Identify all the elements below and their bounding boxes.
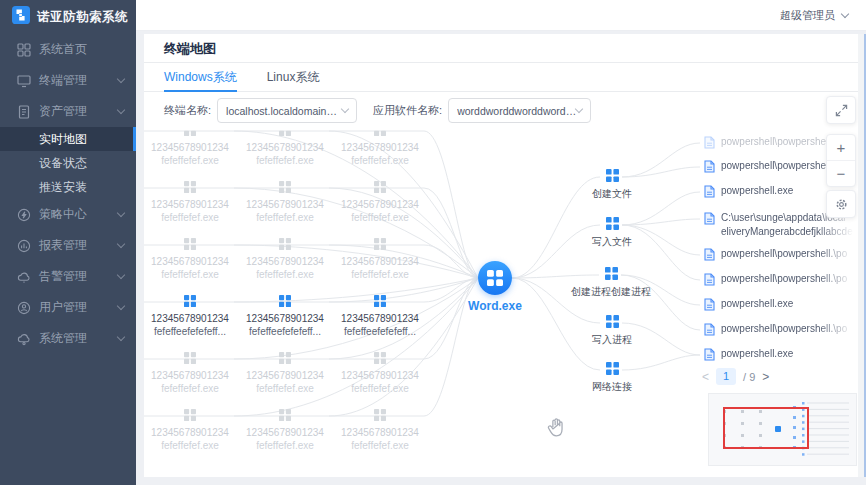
- action-node-0[interactable]: 创建文件: [567, 169, 657, 201]
- process-node-exe: fefeffefef.exe: [334, 154, 426, 167]
- sidebar-item-label: 系统首页: [39, 41, 87, 58]
- process-node[interactable]: 12345678901234fefeffefef.exe: [334, 238, 426, 281]
- document-icon: [17, 105, 31, 119]
- pagination-current-page[interactable]: 1: [716, 368, 736, 385]
- report-icon: [17, 239, 31, 253]
- process-node-exe: fefeffeefefefeff...: [334, 325, 426, 338]
- filter-bar: 终端名称: localhost.localdomainm... 应用软件名称: …: [144, 92, 866, 129]
- terminal-map-canvas[interactable]: 12345678901234fefeffefef.exe123456789012…: [144, 130, 858, 477]
- process-node[interactable]: 12345678901234fefeffefef.exe: [239, 130, 331, 167]
- terminal-name-select[interactable]: localhost.localdomainm...: [217, 98, 357, 123]
- process-node[interactable]: 12345678901234fefeffefef.exe: [239, 238, 331, 281]
- grid-icon: [184, 241, 196, 252]
- grid-icon: [374, 298, 386, 309]
- file-node[interactable]: powpershell\powpershell.\po: [704, 322, 855, 336]
- zoom-in-button[interactable]: +: [827, 135, 855, 161]
- process-node[interactable]: 12345678901234fefeffeefefefeff...: [334, 295, 426, 338]
- tab-linux[interactable]: Linux系统: [267, 63, 320, 92]
- chevron-down-icon: [841, 9, 849, 17]
- process-node-id: 12345678901234: [144, 369, 236, 382]
- content-card: 终端地图 Windows系统 Linux系统 终端名称: localhost.l…: [144, 34, 866, 477]
- process-node-id: 12345678901234: [334, 312, 426, 325]
- process-node[interactable]: 12345678901234fefeffefef.exe: [334, 181, 426, 224]
- sidebar-item-alerts[interactable]: 告警管理: [0, 261, 136, 292]
- sidebar-item-policy[interactable]: 策略中心: [0, 199, 136, 230]
- grid-icon: [374, 184, 386, 195]
- settings-button[interactable]: [826, 190, 856, 218]
- action-node-label: 创建进程创建进程: [566, 285, 656, 299]
- document-icon: [704, 248, 715, 261]
- center-node-word-exe[interactable]: Word.exe: [468, 261, 522, 313]
- process-node-exe: fefeffefef.exe: [239, 211, 331, 224]
- file-node[interactable]: powpershell\powpershell.\po: [704, 272, 855, 286]
- action-node-label: 写入文件: [567, 235, 657, 249]
- process-node[interactable]: 12345678901234fefeffefef.exe: [144, 409, 236, 452]
- action-node-2[interactable]: 创建进程创建进程: [566, 267, 656, 299]
- action-node-label: 创建文件: [567, 187, 657, 201]
- sidebar-subitem-push-install[interactable]: 推送安装: [0, 175, 136, 199]
- sidebar-item-users[interactable]: 用户管理: [0, 292, 136, 323]
- process-node-id: 12345678901234: [239, 255, 331, 268]
- process-node-exe: fefeffefef.exe: [144, 268, 236, 281]
- process-node[interactable]: 12345678901234fefeffefef.exe: [144, 130, 236, 167]
- zoom-out-button[interactable]: −: [827, 161, 855, 187]
- pagination-next-button[interactable]: >: [762, 370, 769, 384]
- user-menu-label: 超级管理员: [780, 8, 835, 23]
- sidebar-item-label: 系统管理: [39, 330, 87, 347]
- process-node[interactable]: 12345678901234fefeffefef.exe: [144, 181, 236, 224]
- action-node-4[interactable]: 网络连接: [567, 362, 657, 394]
- chevron-down-icon: [117, 240, 125, 248]
- file-node[interactable]: powpershell.exe: [704, 347, 855, 361]
- process-node-exe: fefeffefef.exe: [144, 439, 236, 452]
- process-node-id: 12345678901234: [144, 426, 236, 439]
- file-node-path: powpershell\powpershell.\po: [721, 247, 855, 261]
- process-node[interactable]: 12345678901234fefeffefef.exe: [144, 352, 236, 395]
- process-node[interactable]: 12345678901234fefeffefef.exe: [239, 181, 331, 224]
- sidebar-item-label: 报表管理: [39, 237, 87, 254]
- sidebar-item-assets[interactable]: 资产管理: [0, 96, 136, 127]
- action-node-3[interactable]: 写入进程: [567, 315, 657, 347]
- process-node[interactable]: 12345678901234fefeffefef.exe: [334, 409, 426, 452]
- process-node[interactable]: 12345678901234fefeffefef.exe: [144, 238, 236, 281]
- chevron-down-icon: [117, 106, 125, 114]
- process-node[interactable]: 12345678901234fefeffefef.exe: [239, 409, 331, 452]
- document-icon: [704, 160, 715, 173]
- grid-icon: [279, 355, 291, 366]
- app-software-select[interactable]: worddworddworddwordd...: [448, 98, 591, 123]
- process-node-exe: fefeffefef.exe: [239, 382, 331, 395]
- action-node-1[interactable]: 写入文件: [567, 217, 657, 249]
- process-node-id: 12345678901234: [144, 198, 236, 211]
- pagination-prev-button[interactable]: <: [702, 370, 709, 384]
- document-icon: [704, 348, 715, 361]
- sidebar-item-reports[interactable]: 报表管理: [0, 230, 136, 261]
- chevron-down-icon: [117, 302, 125, 310]
- sidebar-item-system[interactable]: 系统管理: [0, 323, 136, 354]
- fullscreen-button[interactable]: [826, 96, 856, 124]
- file-node-path: powpershell\powpershell.\po: [721, 322, 855, 336]
- gear-icon: [835, 198, 848, 211]
- process-node[interactable]: 12345678901234fefeffeefefefeff...: [239, 295, 331, 338]
- process-node-exe: fefeffefef.exe: [239, 439, 331, 452]
- cloud-alert-icon: [17, 270, 31, 284]
- chevron-down-icon: [117, 75, 125, 83]
- scrollbar[interactable]: [858, 34, 866, 477]
- sidebar-subitem-realtime-map[interactable]: 实时地图: [0, 127, 136, 151]
- sidebar-item-home[interactable]: 系统首页: [0, 34, 136, 65]
- file-node[interactable]: powpershell\powpershell.\po: [704, 247, 855, 261]
- process-node[interactable]: 12345678901234fefeffefef.exe: [239, 352, 331, 395]
- process-node[interactable]: 12345678901234fefeffefef.exe: [334, 352, 426, 395]
- user-menu[interactable]: 超级管理员: [780, 0, 848, 30]
- file-node[interactable]: powpershell.exe: [704, 297, 855, 311]
- grid-icon: [374, 412, 386, 423]
- sidebar-item-label: 资产管理: [39, 103, 87, 120]
- sidebar-subitem-device-status[interactable]: 设备状态: [0, 151, 136, 175]
- grid-icon: [184, 184, 196, 195]
- minimap[interactable]: [708, 393, 857, 466]
- file-node-path: powpershell\powpershell.\po: [721, 272, 855, 286]
- tab-windows[interactable]: Windows系统: [164, 63, 237, 92]
- process-node[interactable]: 12345678901234fefeffefef.exe: [334, 130, 426, 167]
- process-node[interactable]: 12345678901234fefeffeefefefeff...: [144, 295, 236, 338]
- sidebar-item-terminal[interactable]: 终端管理: [0, 65, 136, 96]
- process-node-exe: fefeffefef.exe: [334, 211, 426, 224]
- process-node-id: 12345678901234: [239, 198, 331, 211]
